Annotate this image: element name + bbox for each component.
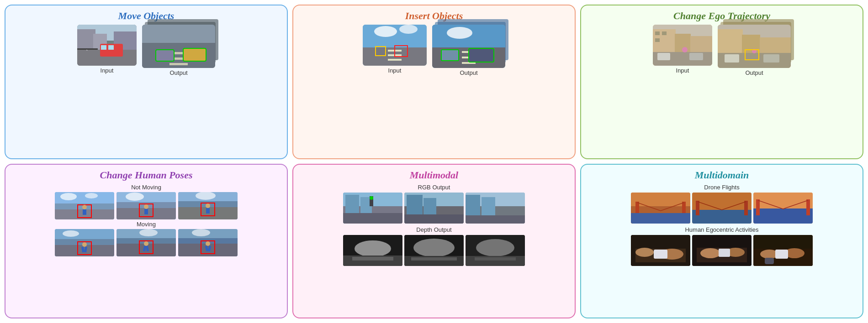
- svg-point-85: [82, 242, 87, 247]
- human-content: Not Moving: [11, 184, 281, 314]
- human-moving-2: [116, 229, 176, 256]
- depth-img-3: [466, 235, 525, 266]
- ego-output-group: Output: [718, 25, 791, 76]
- svg-point-154: [635, 248, 654, 257]
- depth-row: [299, 235, 569, 266]
- ego-input-group: Input: [653, 25, 712, 74]
- drone-label: Drone Flights: [587, 184, 857, 191]
- svg-rect-6: [101, 45, 106, 50]
- egocentric-row: [587, 235, 857, 266]
- egocentric-img-2: [692, 235, 752, 266]
- svg-rect-139: [631, 213, 690, 224]
- move-input-group: ← Input: [77, 25, 137, 74]
- svg-point-29: [447, 27, 472, 39]
- svg-rect-72: [144, 209, 148, 214]
- svg-rect-140: [692, 193, 752, 210]
- depth-label: Depth Output: [299, 226, 569, 233]
- ego-input-image: [653, 25, 712, 66]
- insert-input-label: Input: [388, 67, 402, 74]
- svg-rect-143: [744, 201, 748, 215]
- egocentric-label: Human Egocentric Activities: [587, 226, 857, 233]
- insert-output-label: Output: [460, 69, 477, 76]
- svg-rect-167: [775, 250, 788, 259]
- svg-rect-142: [696, 201, 699, 215]
- insert-output-image: [432, 25, 505, 68]
- svg-rect-17: [156, 50, 174, 61]
- svg-rect-128: [411, 257, 457, 260]
- svg-point-109: [370, 196, 373, 200]
- svg-point-122: [355, 240, 391, 257]
- svg-rect-65: [83, 209, 86, 215]
- panel-multimodal: Multimodal RGB Output: [292, 164, 576, 318]
- drone-img-2: [692, 193, 752, 224]
- svg-rect-148: [756, 199, 760, 215]
- svg-point-126: [413, 239, 455, 257]
- svg-point-60: [60, 193, 77, 200]
- move-output-group: Output: [142, 25, 215, 76]
- insert-input-image: [363, 25, 427, 66]
- svg-rect-14: [169, 63, 188, 65]
- svg-rect-10: [142, 25, 215, 43]
- svg-rect-156: [654, 250, 667, 259]
- human-not-moving-2: [116, 192, 176, 219]
- drone-row: [587, 193, 857, 224]
- svg-point-93: [144, 241, 148, 246]
- svg-rect-146: [753, 193, 813, 208]
- svg-rect-147: [753, 208, 813, 224]
- human-not-moving-1: [55, 192, 114, 219]
- svg-point-98: [192, 229, 210, 236]
- human-not-moving-3: [178, 192, 238, 219]
- not-moving-label: Not Moving: [11, 184, 281, 191]
- svg-point-64: [82, 205, 87, 209]
- drone-img-3: [753, 193, 813, 224]
- rgb-img-2: [404, 193, 464, 224]
- ego-input-label: Input: [676, 67, 689, 74]
- svg-rect-15: [183, 48, 206, 61]
- svg-point-48: [682, 47, 688, 52]
- moving-label: Moving: [11, 221, 281, 228]
- multidomain-title: Multidomain: [695, 169, 749, 181]
- ego-output-image: [718, 25, 791, 68]
- svg-rect-25: [388, 59, 402, 61]
- svg-point-90: [139, 229, 158, 236]
- svg-rect-55: [763, 54, 779, 63]
- svg-rect-36: [441, 50, 459, 61]
- panel-move-objects: Move Objects: [5, 5, 288, 159]
- move-input-image: ←: [77, 25, 137, 66]
- depth-img-1: [343, 235, 402, 266]
- svg-rect-149: [806, 199, 810, 215]
- svg-rect-34: [469, 48, 494, 62]
- insert-output-stack: [432, 25, 505, 68]
- ego-output-label: Output: [745, 69, 763, 76]
- move-output-label: Output: [169, 69, 187, 76]
- svg-rect-66: [116, 192, 176, 202]
- svg-point-78: [206, 203, 210, 208]
- insert-input-group: Input: [363, 25, 427, 74]
- svg-point-68: [126, 193, 144, 201]
- svg-point-71: [144, 204, 148, 209]
- multimodal-title: Multimodal: [410, 169, 458, 181]
- rgb-label: RGB Output: [299, 184, 569, 191]
- rgb-img-3: [466, 193, 525, 224]
- insert-output-group: Output: [432, 25, 505, 76]
- svg-rect-161: [719, 249, 730, 257]
- svg-rect-46: [657, 53, 670, 60]
- svg-point-130: [476, 239, 514, 256]
- move-input-label: Input: [101, 67, 114, 74]
- rgb-img-1: [343, 193, 402, 224]
- panel-human-poses: Change Human Poses Not Moving: [5, 164, 288, 318]
- svg-rect-43: [662, 31, 667, 35]
- svg-rect-47: [689, 53, 703, 60]
- moving-row: [11, 229, 281, 256]
- insert-images-row: Input: [299, 25, 569, 155]
- rgb-row: [299, 193, 569, 224]
- svg-rect-132: [475, 257, 516, 260]
- svg-point-159: [700, 248, 720, 258]
- svg-rect-120: [466, 215, 525, 224]
- drone-img-1: [631, 193, 690, 224]
- main-grid: Move Objects: [0, 0, 868, 323]
- svg-rect-141: [692, 210, 752, 224]
- human-moving-3: [178, 229, 238, 256]
- human-moving-1: [55, 229, 114, 256]
- panel-insert-objects: Insert Objects: [292, 5, 576, 159]
